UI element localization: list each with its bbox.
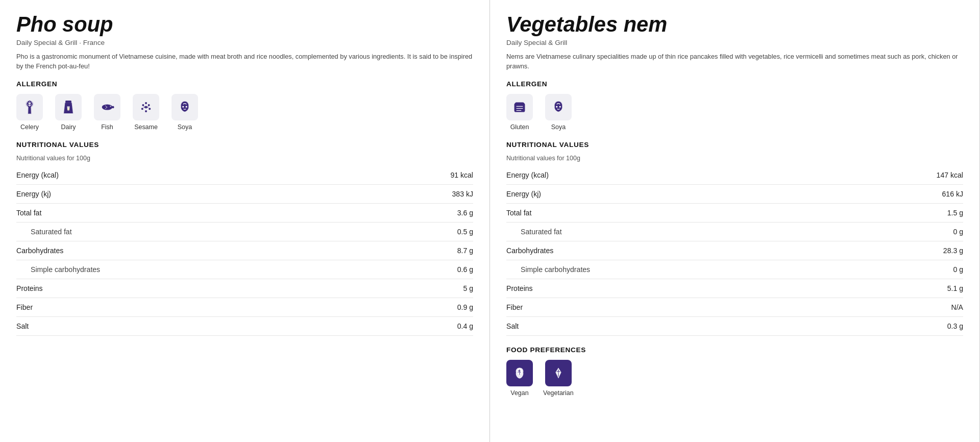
svg-point-30 bbox=[556, 106, 557, 108]
nutrition-value: 0 g bbox=[953, 265, 963, 274]
food-pref-label-vegetarian: Vegetarian bbox=[543, 389, 574, 397]
svg-point-18 bbox=[145, 102, 147, 104]
left-allergen-label: ALLERGEN bbox=[16, 80, 473, 88]
allergen-label-dairy: Dairy bbox=[61, 124, 76, 131]
right-allergen-label: ALLERGEN bbox=[506, 80, 963, 88]
nutrition-value: 0.5 g bbox=[457, 228, 473, 236]
allergen-item-dairy: 🥛 Dairy bbox=[55, 94, 82, 131]
dairy-icon: 🥛 bbox=[55, 94, 82, 120]
nutrition-value: 0 g bbox=[953, 228, 963, 236]
allergen-item-soya: Soya bbox=[172, 94, 198, 131]
table-row: Energy (kcal)91 kcal bbox=[16, 166, 473, 185]
table-row: Energy (kj)383 kJ bbox=[16, 185, 473, 204]
left-nutritional-subtitle: Nutritional values for 100g bbox=[16, 155, 473, 162]
nutrition-name: Saturated fat bbox=[16, 228, 72, 236]
svg-point-13 bbox=[145, 106, 148, 109]
right-nutritional-label: NUTRITIONAL VALUES bbox=[506, 141, 963, 149]
nutrition-name: Salt bbox=[506, 322, 519, 330]
right-nutritional-subtitle: Nutritional values for 100g bbox=[506, 155, 963, 162]
allergen-label-soya: Soya bbox=[551, 124, 566, 131]
allergen-item-celery: Celery bbox=[16, 94, 43, 131]
table-row: Proteins5.1 g bbox=[506, 279, 963, 298]
food-pref-label-vegan: Vegan bbox=[510, 389, 528, 397]
nutrition-value: 0.9 g bbox=[457, 303, 473, 311]
table-row: Carbohydrates28.3 g bbox=[506, 241, 963, 260]
nutrition-name: Energy (kj) bbox=[16, 190, 51, 198]
svg-point-20 bbox=[143, 107, 145, 108]
svg-point-21 bbox=[147, 107, 149, 108]
table-row: Proteins5 g bbox=[16, 279, 473, 298]
svg-point-23 bbox=[186, 106, 187, 108]
left-dish-description: Pho is a gastronomic monument of Vietnam… bbox=[16, 52, 473, 71]
table-row: Salt0.4 g bbox=[16, 317, 473, 336]
nutrition-value: 3.6 g bbox=[457, 209, 473, 217]
left-nutritional-label: NUTRITIONAL VALUES bbox=[16, 141, 473, 149]
svg-point-14 bbox=[142, 104, 144, 106]
svg-point-15 bbox=[148, 104, 150, 106]
svg-point-17 bbox=[149, 108, 151, 110]
right-nutrition-table: Energy (kcal)147 kcalEnergy (kj)616 kJTo… bbox=[506, 166, 963, 336]
fish-icon bbox=[94, 94, 120, 120]
table-row: Saturated fat0 g bbox=[506, 223, 963, 241]
allergen-label-sesame: Sesame bbox=[134, 124, 158, 131]
allergen-label-gluten: Gluten bbox=[510, 124, 529, 131]
table-row: Saturated fat0.5 g bbox=[16, 223, 473, 241]
allergen-label-soya: Soya bbox=[178, 124, 192, 131]
svg-rect-7 bbox=[65, 101, 71, 103]
nutrition-name: Energy (kcal) bbox=[16, 171, 59, 179]
nutrition-value: 0.6 g bbox=[457, 265, 473, 274]
food-pref-item-vegan: Vegan bbox=[506, 360, 533, 397]
nutrition-name: Proteins bbox=[506, 284, 533, 292]
svg-rect-26 bbox=[515, 103, 524, 105]
table-row: FiberN/A bbox=[506, 298, 963, 317]
nutrition-name: Energy (kj) bbox=[506, 190, 541, 198]
nutrition-value: 147 kcal bbox=[937, 171, 963, 179]
table-row: Total fat1.5 g bbox=[506, 204, 963, 223]
allergen-item-sesame: Sesame bbox=[133, 94, 159, 131]
right-food-prefs-list: Vegan Vegetarian bbox=[506, 360, 963, 397]
allergen-item-gluten: Gluten bbox=[506, 94, 533, 131]
vegan-icon bbox=[506, 360, 533, 386]
nutrition-value: 28.3 g bbox=[943, 247, 963, 255]
food-pref-item-vegetarian: Vegetarian bbox=[543, 360, 574, 397]
left-dish-title: Pho soup bbox=[16, 12, 473, 37]
table-row: Total fat3.6 g bbox=[16, 204, 473, 223]
allergen-item-fish: Fish bbox=[94, 94, 120, 131]
right-panel: Vegetables nem Daily Special & Grill Nem… bbox=[490, 0, 980, 442]
svg-point-16 bbox=[141, 108, 143, 110]
svg-text:🥛: 🥛 bbox=[66, 106, 71, 111]
nutrition-value: N/A bbox=[951, 303, 963, 311]
table-row: Simple carbohydrates0 g bbox=[506, 260, 963, 279]
nutrition-name: Total fat bbox=[506, 209, 531, 217]
right-allergen-list: Gluten Soya bbox=[506, 94, 963, 131]
table-row: Energy (kj)616 kJ bbox=[506, 185, 963, 204]
nutrition-name: Salt bbox=[16, 322, 29, 330]
nutrition-name: Total fat bbox=[16, 209, 41, 217]
nutrition-name: Fiber bbox=[16, 303, 33, 311]
soya-icon bbox=[545, 94, 572, 120]
allergen-label-celery: Celery bbox=[20, 124, 39, 131]
nutrition-value: 8.7 g bbox=[457, 247, 473, 255]
nutrition-name: Simple carbohydrates bbox=[16, 265, 100, 274]
nutrition-name: Carbohydrates bbox=[16, 247, 63, 255]
gluten-icon bbox=[506, 94, 533, 120]
svg-point-22 bbox=[182, 106, 184, 108]
nutrition-name: Simple carbohydrates bbox=[506, 265, 590, 274]
sesame-icon bbox=[133, 94, 159, 120]
nutrition-name: Saturated fat bbox=[506, 228, 562, 236]
table-row: Carbohydrates8.7 g bbox=[16, 241, 473, 260]
soya-icon bbox=[172, 94, 198, 120]
nutrition-value: 5 g bbox=[463, 284, 473, 292]
celery-icon bbox=[16, 94, 43, 120]
nutrition-name: Fiber bbox=[506, 303, 523, 311]
nutrition-name: Energy (kcal) bbox=[506, 171, 549, 179]
nutrition-value: 5.1 g bbox=[947, 284, 963, 292]
nutrition-name: Proteins bbox=[16, 284, 43, 292]
table-row: Salt0.3 g bbox=[506, 317, 963, 336]
svg-point-31 bbox=[559, 106, 561, 108]
right-food-prefs-label: FOOD PREFERENCES bbox=[506, 346, 963, 354]
right-dish-description: Nems are Vietnamese culinary specialitie… bbox=[506, 52, 963, 71]
nutrition-value: 616 kJ bbox=[942, 190, 963, 198]
right-dish-title: Vegetables nem bbox=[506, 12, 963, 37]
allergen-item-soya: Soya bbox=[545, 94, 572, 131]
